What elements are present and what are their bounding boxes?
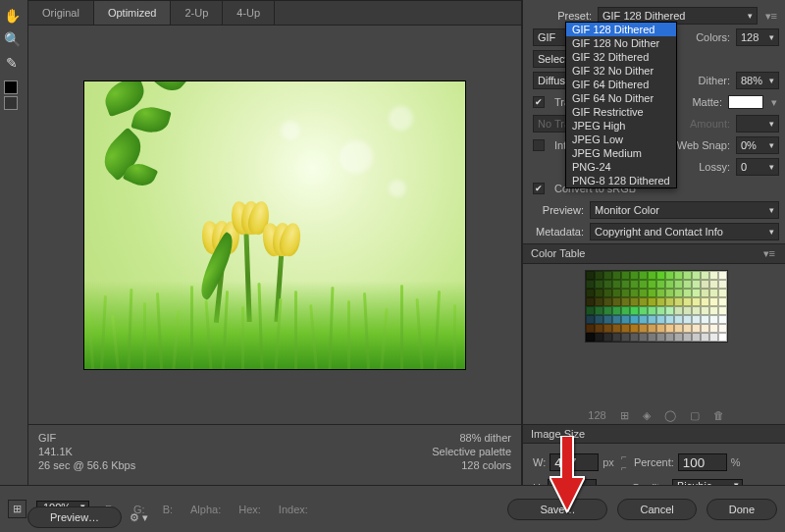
color-swatch[interactable]: [612, 324, 621, 333]
color-swatch[interactable]: [674, 306, 683, 315]
color-swatch[interactable]: [656, 306, 665, 315]
foreground-swatch[interactable]: [4, 80, 18, 94]
color-swatch[interactable]: [621, 297, 630, 306]
color-swatch[interactable]: [648, 271, 656, 280]
color-swatch[interactable]: [595, 333, 603, 342]
preset-option[interactable]: JPEG Medium: [566, 146, 676, 160]
color-swatch[interactable]: [595, 297, 603, 306]
color-swatch[interactable]: [701, 324, 709, 333]
color-swatch[interactable]: [718, 297, 727, 306]
color-swatch[interactable]: [656, 324, 665, 333]
color-swatch[interactable]: [665, 315, 674, 324]
color-swatch[interactable]: [630, 297, 639, 306]
colors-field[interactable]: 128: [736, 28, 779, 46]
preset-option[interactable]: GIF 32 No Dither: [566, 64, 676, 78]
color-swatch[interactable]: [612, 333, 621, 342]
color-swatch[interactable]: [701, 333, 709, 342]
cancel-button[interactable]: Cancel: [617, 499, 696, 520]
color-swatch[interactable]: [595, 306, 603, 315]
color-swatch[interactable]: [621, 315, 630, 324]
dither-field[interactable]: 88%: [736, 72, 779, 89]
color-swatch[interactable]: [586, 306, 595, 315]
color-swatch[interactable]: [639, 271, 648, 280]
color-swatch[interactable]: [621, 280, 630, 289]
preset-option[interactable]: GIF 64 Dithered: [566, 78, 676, 91]
preview-space-select[interactable]: Monitor Color: [590, 201, 779, 219]
color-swatch[interactable]: [692, 271, 701, 280]
color-swatch[interactable]: [621, 289, 630, 297]
panel-menu-icon[interactable]: ▾≡: [763, 10, 779, 23]
color-swatch[interactable]: [603, 289, 612, 297]
color-swatch[interactable]: [692, 315, 701, 324]
color-swatch[interactable]: [683, 297, 692, 306]
color-swatch[interactable]: [683, 306, 692, 315]
color-swatch[interactable]: [674, 289, 683, 297]
color-swatch[interactable]: [639, 324, 648, 333]
done-button[interactable]: Done: [706, 499, 777, 520]
color-swatch[interactable]: [648, 333, 656, 342]
color-swatch[interactable]: [692, 297, 701, 306]
percent-field[interactable]: [678, 453, 727, 471]
color-swatch[interactable]: [595, 280, 603, 289]
preset-option[interactable]: JPEG Low: [566, 133, 676, 146]
color-swatch[interactable]: [701, 271, 709, 280]
color-swatch[interactable]: [612, 315, 621, 324]
srgb-checkbox[interactable]: [533, 183, 545, 194]
toggle-icon[interactable]: ⊞: [8, 500, 26, 518]
color-swatch[interactable]: [612, 306, 621, 315]
color-swatch[interactable]: [692, 306, 701, 315]
color-swatch[interactable]: [665, 306, 674, 315]
ct-icon-lock[interactable]: ⊞: [620, 409, 629, 422]
color-swatch[interactable]: [709, 271, 718, 280]
lossy-field[interactable]: 0: [736, 158, 779, 176]
preset-option[interactable]: GIF 32 Dithered: [566, 50, 676, 64]
matte-swatch[interactable]: [728, 95, 763, 109]
tab-4up[interactable]: 4-Up: [223, 1, 275, 25]
tab-2up[interactable]: 2-Up: [171, 1, 223, 25]
ct-icon-new[interactable]: ▢: [690, 409, 700, 422]
color-swatch[interactable]: [656, 297, 665, 306]
color-swatch[interactable]: [665, 333, 674, 342]
ct-icon-trash[interactable]: 🗑: [713, 409, 724, 422]
color-swatch[interactable]: [701, 306, 709, 315]
color-swatch[interactable]: [709, 297, 718, 306]
color-swatch[interactable]: [718, 271, 727, 280]
color-swatch[interactable]: [683, 271, 692, 280]
tab-original[interactable]: Original: [28, 1, 94, 25]
eyedropper-tool-icon[interactable]: ✎: [0, 51, 24, 75]
color-swatch[interactable]: [709, 289, 718, 297]
preset-option[interactable]: GIF 64 No Dither: [566, 91, 676, 105]
color-swatch[interactable]: [621, 333, 630, 342]
matte-menu-icon[interactable]: ▾: [769, 96, 779, 109]
color-swatch[interactable]: [586, 297, 595, 306]
color-swatch[interactable]: [586, 324, 595, 333]
color-swatch[interactable]: [603, 297, 612, 306]
color-swatch[interactable]: [665, 324, 674, 333]
color-swatch[interactable]: [665, 297, 674, 306]
link-icon[interactable]: ⌐⌐: [618, 452, 630, 473]
color-swatch[interactable]: [630, 315, 639, 324]
color-swatch[interactable]: [586, 280, 595, 289]
color-swatch[interactable]: [612, 289, 621, 297]
color-swatch[interactable]: [665, 280, 674, 289]
color-table[interactable]: [585, 270, 728, 343]
color-swatch[interactable]: [630, 306, 639, 315]
color-swatch[interactable]: [648, 315, 656, 324]
color-swatch[interactable]: [683, 315, 692, 324]
color-swatch[interactable]: [656, 289, 665, 297]
preset-option[interactable]: GIF Restrictive: [566, 105, 676, 119]
color-swatch[interactable]: [718, 289, 727, 297]
color-swatch[interactable]: [656, 271, 665, 280]
color-swatch[interactable]: [683, 333, 692, 342]
hand-tool-icon[interactable]: ✋: [0, 4, 24, 27]
color-swatch[interactable]: [718, 315, 727, 324]
color-swatch[interactable]: [692, 333, 701, 342]
color-swatch[interactable]: [665, 289, 674, 297]
color-swatch[interactable]: [674, 271, 683, 280]
preset-option[interactable]: PNG-24: [566, 160, 676, 174]
color-swatch[interactable]: [639, 333, 648, 342]
websnap-field[interactable]: 0%: [736, 136, 779, 154]
color-swatch[interactable]: [621, 324, 630, 333]
preset-option[interactable]: PNG-8 128 Dithered: [566, 174, 676, 187]
color-swatch[interactable]: [692, 289, 701, 297]
